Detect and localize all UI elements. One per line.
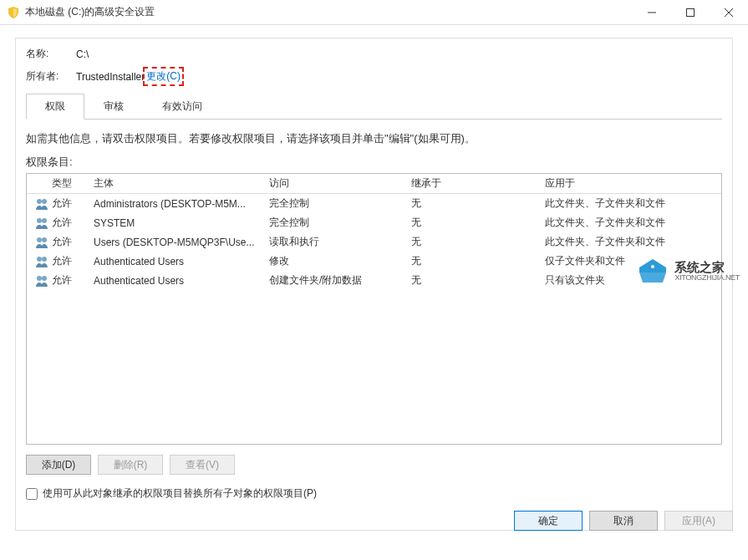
replace-child-permissions-input[interactable] xyxy=(26,488,38,500)
security-shield-icon xyxy=(7,6,20,19)
cell-applies-to: 此文件夹、子文件夹和文件 xyxy=(545,216,716,230)
info-text: 如需其他信息，请双击权限项目。若要修改权限项目，请选择该项目并单击"编辑"(如果… xyxy=(26,131,722,146)
cell-principal: Authenticated Users xyxy=(94,256,269,267)
group-icon xyxy=(32,236,52,249)
add-button[interactable]: 添加(D) xyxy=(26,455,91,475)
cell-access: 创建文件夹/附加数据 xyxy=(269,273,411,288)
col-inherited-from[interactable]: 继承于 xyxy=(411,176,545,191)
cell-type: 允许 xyxy=(52,273,94,288)
column-header-row: 类型 主体 访问 继承于 应用于 xyxy=(27,174,721,194)
replace-child-permissions-checkbox[interactable]: 使用可从此对象继承的权限项目替换所有子对象的权限项目(P) xyxy=(26,486,722,501)
cell-principal: Users (DESKTOP-M5MQP3F\Use... xyxy=(94,237,269,248)
cell-type: 允许 xyxy=(52,254,94,268)
permission-entries-label: 权限条目: xyxy=(26,155,722,170)
remove-button: 删除(R) xyxy=(98,455,163,475)
svg-point-9 xyxy=(37,276,42,281)
cell-principal: SYSTEM xyxy=(94,217,269,229)
cell-access: 完全控制 xyxy=(269,216,411,230)
cell-applies-to: 此文件夹、子文件夹和文件 xyxy=(545,235,716,249)
close-button[interactable] xyxy=(710,0,748,24)
cell-applies-to: 只有该文件夹 xyxy=(545,273,716,288)
svg-rect-0 xyxy=(687,8,695,16)
svg-point-1 xyxy=(37,199,42,204)
cell-applies-to: 仅子文件夹和文件 xyxy=(545,254,716,268)
titlebar: 本地磁盘 (C:)的高级安全设置 xyxy=(0,0,748,25)
change-owner-link[interactable]: 更改(C) xyxy=(146,69,181,84)
cell-access: 修改 xyxy=(269,254,411,268)
owner-label: 所有者: xyxy=(26,69,76,84)
cell-inherited-from: 无 xyxy=(411,254,545,268)
table-row[interactable]: 允许Authenticated Users创建文件夹/附加数据无只有该文件夹 xyxy=(27,271,721,290)
cell-type: 允许 xyxy=(52,196,94,211)
cancel-button[interactable]: 取消 xyxy=(589,511,658,531)
col-access[interactable]: 访问 xyxy=(269,176,411,191)
col-type[interactable]: 类型 xyxy=(52,176,94,191)
tab-bar: 权限 审核 有效访问 xyxy=(26,94,722,120)
group-icon xyxy=(32,197,52,211)
table-row[interactable]: 允许Administrators (DESKTOP-M5M...完全控制无此文件… xyxy=(27,194,721,213)
cell-inherited-from: 无 xyxy=(411,196,545,211)
checkbox-label: 使用可从此对象继承的权限项目替换所有子对象的权限项目(P) xyxy=(43,486,317,501)
cell-applies-to: 此文件夹、子文件夹和文件 xyxy=(545,196,716,211)
svg-point-5 xyxy=(37,237,42,242)
cell-type: 允许 xyxy=(52,235,94,249)
group-icon xyxy=(32,274,52,288)
tab-auditing[interactable]: 审核 xyxy=(84,94,143,119)
table-row[interactable]: 允许Users (DESKTOP-M5MQP3F\Use...读取和执行无此文件… xyxy=(27,232,721,252)
svg-point-3 xyxy=(37,218,42,223)
maximize-button[interactable] xyxy=(671,0,710,24)
col-principal[interactable]: 主体 xyxy=(94,176,269,191)
view-button: 查看(V) xyxy=(170,455,235,475)
permission-entries-list[interactable]: 类型 主体 访问 继承于 应用于 允许Administrators (DESKT… xyxy=(26,173,722,445)
group-icon xyxy=(32,216,52,230)
ok-button[interactable]: 确定 xyxy=(514,511,583,531)
table-row[interactable]: 允许SYSTEM完全控制无此文件夹、子文件夹和文件 xyxy=(27,213,721,232)
window-title: 本地磁盘 (C:)的高级安全设置 xyxy=(25,5,633,19)
svg-point-6 xyxy=(42,237,47,242)
group-icon xyxy=(32,255,52,268)
cell-inherited-from: 无 xyxy=(411,216,545,230)
col-applies-to[interactable]: 应用于 xyxy=(545,176,716,191)
cell-type: 允许 xyxy=(52,216,94,230)
cell-access: 完全控制 xyxy=(269,196,411,211)
svg-point-7 xyxy=(37,257,42,262)
cell-principal: Authenticated Users xyxy=(94,275,269,287)
cell-principal: Administrators (DESKTOP-M5M... xyxy=(94,198,269,210)
svg-point-10 xyxy=(42,276,47,281)
svg-point-4 xyxy=(42,218,47,223)
tab-effective-access[interactable]: 有效访问 xyxy=(143,94,221,119)
owner-value: TrustedInstaller xyxy=(76,71,145,83)
cell-access: 读取和执行 xyxy=(269,235,411,249)
name-value: C:\ xyxy=(76,48,89,60)
svg-point-8 xyxy=(42,257,47,262)
apply-button: 应用(A) xyxy=(664,511,733,531)
cell-inherited-from: 无 xyxy=(411,273,545,288)
minimize-button[interactable] xyxy=(633,0,671,24)
tab-permissions[interactable]: 权限 xyxy=(26,94,84,120)
svg-point-2 xyxy=(42,199,47,204)
cell-inherited-from: 无 xyxy=(411,235,545,249)
name-label: 名称: xyxy=(26,47,76,61)
table-row[interactable]: 允许Authenticated Users修改无仅子文件夹和文件 xyxy=(27,252,721,271)
